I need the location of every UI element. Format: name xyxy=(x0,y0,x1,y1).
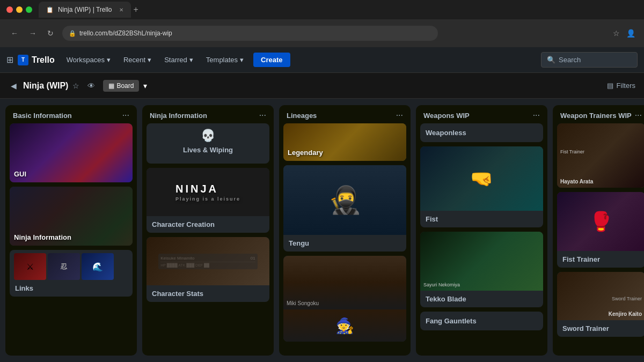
card-body: Fist xyxy=(420,211,543,227)
card-character-stats[interactable]: Keisuke Minamito01 HP ████ ATK ███ DEF █… xyxy=(147,237,269,302)
trello-logo[interactable]: T Trello xyxy=(18,55,55,65)
board-header: ◀ Ninja (WIP) ☆ 👁 ▦ Board ▾ ▤ Filters xyxy=(0,73,644,99)
maximize-window-btn[interactable] xyxy=(26,6,32,13)
tab-close-btn[interactable]: ✕ xyxy=(119,7,123,13)
card-ninja-info[interactable]: Ninja Information xyxy=(10,187,133,246)
card-fang-gauntlets[interactable]: Fang Gauntlets xyxy=(420,312,543,330)
card-image: Keisuke Minamito01 HP ████ ATK ███ DEF █… xyxy=(147,237,269,285)
column-menu-btn[interactable]: ··· xyxy=(259,110,266,120)
card-thumbnails: ⚔ 忍 🌊 xyxy=(10,250,133,283)
search-placeholder: Search xyxy=(559,56,581,64)
card-label: Sword Trainer xyxy=(562,324,640,333)
card-gui[interactable]: GUI xyxy=(10,123,133,182)
url-input[interactable]: 🔒 trello.com/b/dZ82BShL/ninja-wip xyxy=(62,26,438,41)
new-tab-btn[interactable]: + xyxy=(133,5,138,14)
card-tengu[interactable]: 🥷 Tengu xyxy=(283,165,406,252)
chevron-down-icon: ▾ xyxy=(148,56,151,64)
card-image: 🥷 xyxy=(283,165,406,235)
column-cards: Fist Trainer Hayato Arata 🥊 Fist Trainer… xyxy=(553,123,644,341)
column-menu-btn[interactable]: ··· xyxy=(122,110,129,120)
star-board-btn[interactable]: ☆ xyxy=(72,82,79,90)
thumb-2: 忍 xyxy=(48,253,80,280)
card-image: Sayuri Nekomiya xyxy=(420,232,543,291)
card-sword-trainer[interactable]: Sword Trainer Kenjiro Kaito Sword Traine… xyxy=(557,272,644,337)
card-label: Tekko Blade xyxy=(426,295,538,303)
refresh-btn[interactable]: ↻ xyxy=(45,27,56,40)
close-window-btn[interactable] xyxy=(6,6,13,13)
card-lives-wiping[interactable]: 💀 Lives & Wiping xyxy=(147,123,269,164)
column-header: Weapons WIP ··· xyxy=(416,105,547,123)
card-miki[interactable]: Miki Songoku 🧙 xyxy=(283,256,406,342)
card-fist[interactable]: 🤜 Fist xyxy=(420,146,543,227)
card-image: 🥊 xyxy=(557,192,644,251)
card-weaponless[interactable]: Weaponless xyxy=(420,123,543,142)
card-hayato-arata[interactable]: Fist Trainer Hayato Arata xyxy=(557,123,644,188)
card-label: Fist Trainer xyxy=(562,255,640,263)
browser-extras: ☆ 👤 xyxy=(613,29,635,38)
workspaces-menu[interactable]: Workspaces ▾ xyxy=(61,53,116,67)
search-icon: 🔍 xyxy=(547,56,555,64)
column-title: Weapons WIP xyxy=(423,112,470,120)
forward-btn[interactable]: → xyxy=(27,27,39,40)
card-body: Sword Trainer xyxy=(557,320,644,337)
window-controls xyxy=(6,6,32,13)
column-menu-btn[interactable]: ··· xyxy=(635,110,642,120)
card-image: 🤜 xyxy=(420,146,543,211)
card-body: Character Creation xyxy=(147,216,269,233)
board-view-btn[interactable]: ▦ Board xyxy=(103,80,139,92)
grid-icon[interactable]: ⊞ xyxy=(6,55,13,65)
thumb-1: ⚔ xyxy=(14,253,46,280)
column-header: Ninja Information ··· xyxy=(142,105,274,123)
search-input[interactable]: 🔍 Search xyxy=(541,52,638,68)
column-cards: Weaponless 🤜 Fist Sayuri Nekomiya xyxy=(416,123,547,335)
column-cards: Legendary 🥷 Tengu Miki Songoku 🧙 xyxy=(279,123,411,346)
column-title: Weapon Trainers WIP xyxy=(560,112,632,120)
column-title: Ninja Information xyxy=(150,112,207,120)
card-image: GUI xyxy=(10,123,133,182)
url-text: trello.com/b/dZ82BShL/ninja-wip xyxy=(79,29,172,37)
card-label: Links xyxy=(10,283,133,297)
card-label: Legendary xyxy=(288,149,323,157)
minimize-window-btn[interactable] xyxy=(16,6,23,13)
card-image: Sword Trainer Kenjiro Kaito xyxy=(557,272,644,320)
browser-chrome: 📋 Ninja (WIP) | Trello ✕ + ← → ↻ 🔒 trell… xyxy=(0,0,644,47)
card-tekko-blade[interactable]: Sayuri Nekomiya Tekko Blade xyxy=(420,232,543,307)
card-fist-trainer[interactable]: 🥊 Fist Trainer xyxy=(557,192,644,268)
tab-title: Ninja (WIP) | Trello xyxy=(58,6,112,13)
app-bar: ⊞ T Trello Workspaces ▾ Recent ▾ Starred… xyxy=(0,47,644,73)
card-label: Weaponless xyxy=(426,129,538,137)
column-weapon-trainers-wip: Weapon Trainers WIP ··· Fist Trainer Hay… xyxy=(553,105,644,356)
column-menu-btn[interactable]: ··· xyxy=(533,110,540,120)
bookmark-icon[interactable]: ☆ xyxy=(613,29,620,38)
active-tab[interactable]: 📋 Ninja (WIP) | Trello ✕ xyxy=(39,2,131,18)
card-image: Fist Trainer Hayato Arata xyxy=(557,123,644,188)
card-label: Fist xyxy=(426,215,538,223)
column-title: Lineages xyxy=(287,112,317,120)
sidebar-expand-btn[interactable]: ◀ xyxy=(9,79,19,92)
templates-menu[interactable]: Templates ▾ xyxy=(201,53,249,67)
column-cards: 💀 Lives & Wiping NINJA Playing is a leis… xyxy=(142,123,274,306)
back-btn[interactable]: ← xyxy=(9,27,20,40)
starred-menu[interactable]: Starred ▾ xyxy=(159,53,199,67)
recent-menu[interactable]: Recent ▾ xyxy=(118,53,157,67)
card-image: Ninja Information xyxy=(10,187,133,246)
card-label: Lives & Wiping xyxy=(152,146,264,154)
column-menu-btn[interactable]: ··· xyxy=(396,110,403,120)
card-links[interactable]: ⚔ 忍 🌊 Links xyxy=(10,250,133,297)
profile-icon[interactable]: 👤 xyxy=(626,29,635,38)
board-content: Basic Information ··· GUI Ninja Informat… xyxy=(0,99,644,362)
card-character-creation[interactable]: NINJA Playing is a leisure Character Cre… xyxy=(147,168,269,233)
create-button[interactable]: Create xyxy=(253,53,290,67)
view-chevron-icon[interactable]: ▾ xyxy=(143,82,147,90)
thumb-3: 🌊 xyxy=(82,253,114,280)
trello-logo-icon: T xyxy=(18,55,28,65)
card-label: GUI xyxy=(14,170,26,178)
board-visibility-btn[interactable]: 👁 xyxy=(84,78,99,93)
column-header: Weapon Trainers WIP ··· xyxy=(553,105,644,123)
chevron-down-icon: ▾ xyxy=(240,56,244,64)
board-title: Ninja (WIP) xyxy=(23,81,68,91)
skull-icon: 💀 xyxy=(152,129,264,143)
filters-btn[interactable]: ▤ Filters xyxy=(607,82,635,90)
tab-bar: 📋 Ninja (WIP) | Trello ✕ + xyxy=(0,0,644,19)
card-legendary[interactable]: Legendary xyxy=(283,123,406,161)
